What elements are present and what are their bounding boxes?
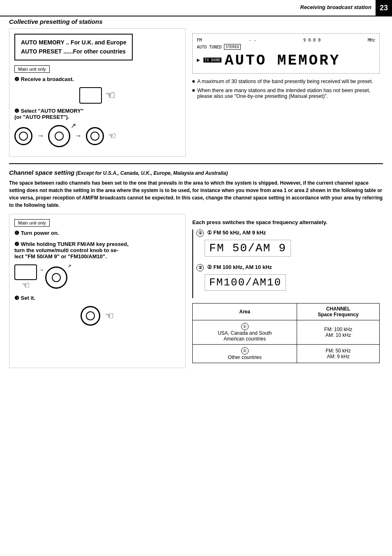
s2-step2-label: ❷ While holding TUNER FM/AM key pressed,… — [14, 241, 180, 259]
tx-band: TX BAND — [203, 58, 221, 63]
display-freq: 9 0.0 0 — [303, 38, 321, 42]
arrow-right-small: ↗ — [67, 263, 71, 269]
section2-title-area: Channel space setting (Except for U.S.A.… — [9, 169, 383, 176]
device-icon — [79, 87, 102, 104]
section1-left-panel: AUTO MEMORY .. For U.K. and Europe AUTO … — [9, 28, 186, 157]
freq1-section: ① ① FM 50 kHz, AM 9 kHz FM 50/AM 9 — [196, 229, 291, 261]
play-arrow: ▶ — [197, 57, 200, 63]
stereo-badge: STEREO — [224, 44, 241, 50]
step1-label: ❶ Receive a broadcast. — [14, 76, 180, 82]
section1-right-panel: FM - - 9 0.0 0 MHz AUTO TUNED STEREO ▶ T… — [186, 28, 383, 157]
row2-area: Other countries — [228, 354, 262, 360]
arrow-2: → — [74, 132, 82, 140]
freq-options: ① ① FM 50 kHz, AM 9 kHz FM 50/AM 9 ② ② F… — [192, 229, 380, 298]
freq1-display: FM 50/AM 9 — [205, 240, 291, 257]
row2-num: ② — [241, 347, 249, 354]
section2-left-panel: Main unit only ❶ Turn power on. ❷ While … — [9, 214, 186, 368]
knob-with-arrow: → ↗ — [45, 266, 67, 289]
table-row-2: ② Other countries FM: 50 kHzAM: 9 kHz — [193, 344, 380, 363]
freq2-label: ② ② FM 100 kHz, AM 10 kHz — [196, 264, 291, 271]
knob-large-2 — [45, 266, 67, 289]
arrow-down: ↗ — [71, 122, 76, 130]
hand-icon-2: ☜ — [108, 131, 116, 141]
s2-step3-label: ❸ Set it. — [14, 295, 180, 301]
auto-box-line1: AUTO MEMORY .. For U.K. and Europe — [21, 38, 126, 47]
channel-desc: The space between radio channels has bee… — [9, 179, 383, 209]
section2-right-panel: Each press switches the space frequency … — [186, 214, 383, 368]
knob-large — [48, 125, 70, 147]
each-press-text: Each press switches the space frequency … — [192, 219, 380, 226]
main-unit-badge-1: Main unit only — [14, 65, 50, 73]
hand-icon-1: ☜ — [105, 88, 115, 102]
bullet-list: A maximum of 30 stations of the band pre… — [192, 79, 380, 99]
step1-diagram: ☜ — [14, 87, 180, 104]
s2-step1-label: ❶ Turn power on. — [14, 230, 180, 236]
section2-title: Channel space setting — [9, 169, 74, 176]
channel-table: Area CHANNELSpace Frequency ① USA, Canad… — [192, 303, 380, 363]
bullet-1: A maximum of 30 stations of the band pre… — [192, 79, 380, 84]
dashes: - - — [249, 38, 256, 42]
freq1-label: ① ① FM 50 kHz, AM 9 kHz — [196, 229, 291, 237]
section1-title: Collective presetting of stations — [9, 18, 383, 25]
page-number: 23 — [376, 0, 392, 16]
row1-num: ① — [241, 323, 249, 330]
hand-icon-3: ☜ — [105, 310, 114, 322]
knob-icon-1 — [14, 127, 32, 145]
display-main-text: AUTO MEMORY — [225, 52, 341, 69]
bullet-2: When there are many stations and the int… — [192, 88, 380, 99]
main-unit-badge-2: Main unit only — [14, 219, 50, 227]
top-rule — [0, 16, 392, 16]
step2-diagram: → ↗ → ☜ — [14, 125, 180, 147]
mhz-unit: MHz — [368, 38, 375, 42]
s2-diagrams: ☜ → ↗ — [14, 264, 180, 291]
freq2-section: ② ② FM 100 kHz, AM 10 kHz FM100/AM10 — [196, 264, 291, 295]
knob-step3 — [81, 306, 100, 326]
knob-icon-2 — [86, 127, 104, 145]
freq2-display: FM100/AM10 — [205, 274, 286, 291]
row1-freq: FM: 100 kHzAM: 10 kHz — [297, 320, 380, 344]
arrow-1: → — [37, 132, 44, 140]
step2-label: ❷ Select "AUTO MEMORY" (or "AUTO PRESET"… — [14, 108, 180, 120]
device-icon-2: ☜ — [14, 264, 37, 291]
page-title: Receiving broadcast station — [300, 4, 371, 10]
table-col1-header: Area — [193, 303, 297, 320]
row1-area: USA, Canada and SouthAmerican countries — [218, 330, 272, 342]
row2-freq: FM: 50 kHzAM: 9 kHz — [297, 344, 380, 363]
table-row-1: ① USA, Canada and SouthAmerican countrie… — [193, 320, 380, 344]
display-area: FM - - 9 0.0 0 MHz AUTO TUNED STEREO ▶ T… — [192, 33, 380, 74]
section-divider — [9, 163, 383, 164]
arrow-into-knob: → — [39, 266, 44, 273]
s2-step3-diagram: ☜ — [14, 306, 180, 326]
auto-box: AUTO MEMORY .. For U.K. and Europe AUTO … — [14, 34, 133, 60]
band-label: FM — [197, 38, 202, 42]
auto-tuned: AUTO TUNED — [197, 45, 221, 49]
auto-box-line2: AUTO PRESET ......For other countries — [21, 47, 126, 56]
table-col2-header: CHANNELSpace Frequency — [297, 303, 380, 320]
section2-title-suffix: (Except for U.S.A., Canada, U.K., Europe… — [76, 170, 228, 176]
